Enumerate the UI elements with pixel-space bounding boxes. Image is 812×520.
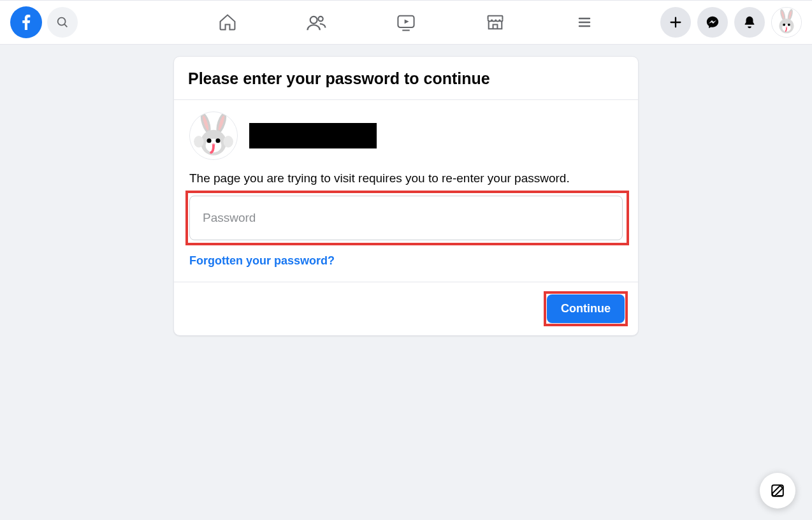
watch-icon [396,12,416,32]
continue-button[interactable]: Continue [547,294,625,323]
svg-point-3 [318,17,323,21]
user-row [189,112,623,160]
facebook-logo[interactable] [10,6,42,38]
plus-icon [669,15,683,29]
svg-point-20 [786,27,788,28]
navbar-left [10,6,78,38]
svg-point-18 [783,24,785,26]
forgot-password-link[interactable]: Forgotten your password? [189,254,335,268]
navbar-center [215,1,597,44]
password-card: Please enter your password to continue [173,56,639,336]
nav-home[interactable] [215,10,240,35]
svg-point-29 [223,136,233,148]
messenger-icon [706,15,720,29]
top-navbar [0,0,812,45]
svg-point-28 [194,136,203,148]
hamburger-icon [576,13,593,31]
friends-icon [306,11,328,33]
nav-marketplace[interactable] [482,10,508,35]
home-icon [217,12,238,32]
messenger-button[interactable] [697,7,728,38]
avatar-image [772,8,801,37]
edit-icon [770,483,785,498]
search-icon [55,15,69,29]
bell-icon [743,15,757,29]
password-input[interactable] [189,196,623,240]
nav-friends[interactable] [304,10,330,35]
account-avatar[interactable] [771,7,802,38]
nav-menu[interactable] [572,10,597,35]
card-body: The page you are trying to visit require… [174,100,638,282]
avatar-image [190,112,237,159]
notifications-button[interactable] [734,7,765,38]
svg-point-19 [788,24,790,26]
svg-point-30 [207,138,212,143]
card-title: Please enter your password to continue [188,69,624,88]
compose-fab[interactable] [760,473,795,509]
continue-button-wrap: Continue [544,291,628,326]
search-button[interactable] [47,7,78,38]
svg-point-31 [215,138,220,143]
marketplace-icon [485,12,505,32]
navbar-right [660,7,802,38]
svg-point-2 [310,17,317,24]
card-header: Please enter your password to continue [174,57,638,100]
user-name-redacted [249,123,377,148]
svg-line-1 [64,24,67,27]
info-text: The page you are trying to visit require… [189,171,623,185]
svg-point-0 [58,18,66,25]
user-avatar [189,112,238,160]
create-button[interactable] [660,7,691,38]
page-body: Please enter your password to continue [0,45,812,336]
password-input-wrap [189,196,623,240]
nav-watch[interactable] [393,10,419,35]
card-footer: Continue [174,282,638,335]
